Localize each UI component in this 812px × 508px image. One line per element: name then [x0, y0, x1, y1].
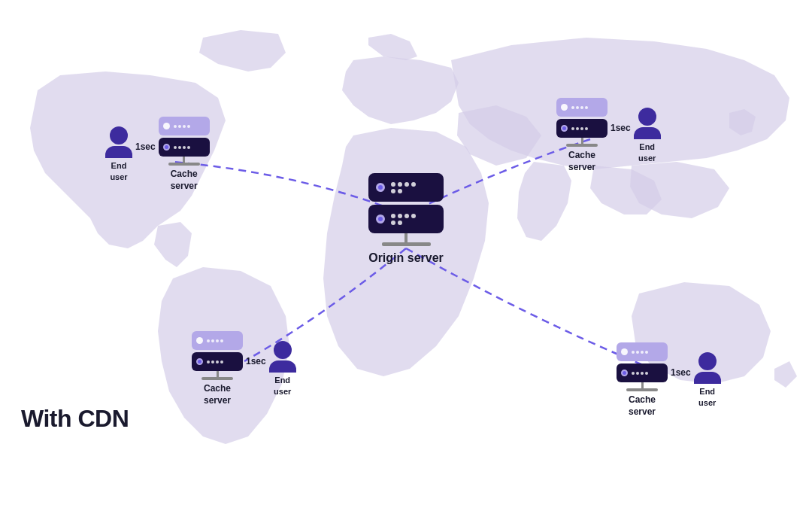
time-label-top-left: 1sec — [135, 141, 156, 152]
origin-server-label: Origin server — [368, 251, 444, 266]
cache-server-label-top-right: Cacheserver — [568, 150, 595, 173]
with-cdn-label: With CDN — [21, 405, 129, 433]
end-user-label-top-left: Enduser — [110, 160, 127, 182]
end-user-label-bottom-right: Enduser — [698, 386, 716, 408]
cache-server-label-bottom-left: Cacheserver — [204, 383, 231, 406]
origin-server-node: Origin server — [368, 173, 444, 266]
time-label-bottom-left: 1sec — [246, 356, 266, 367]
cache-node-bottom-right: Cacheserver 1sec Enduser — [617, 342, 721, 418]
cache-server-label-top-left: Cacheserver — [171, 169, 198, 192]
cache-server-label-bottom-right: Cacheserver — [629, 394, 656, 418]
time-label-top-right: 1sec — [611, 123, 631, 133]
cache-node-top-right: Cacheserver 1sec Enduser — [556, 98, 661, 173]
cache-node-bottom-left: Cacheserver 1sec Enduser — [192, 331, 296, 406]
end-user-label-top-right: Enduser — [638, 141, 656, 163]
cache-node-top-left: Enduser 1sec Cacheserver — [105, 117, 210, 192]
end-user-label-bottom-left: Enduser — [274, 375, 291, 397]
time-label-bottom-right: 1sec — [671, 367, 691, 378]
